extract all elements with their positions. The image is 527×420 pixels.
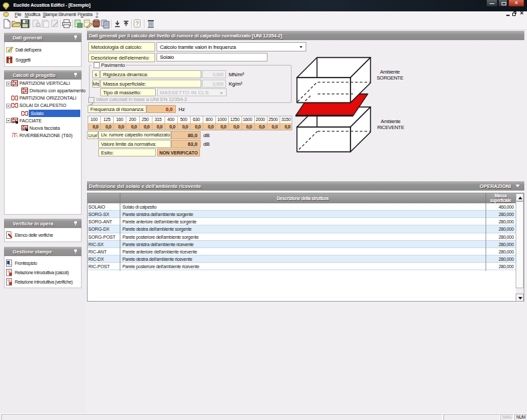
svg-text:Ambiente: Ambiente [381, 118, 400, 124]
svg-text:?: ? [135, 20, 138, 27]
svg-text:Ambiente: Ambiente [380, 69, 399, 75]
svg-text:SORGENTE: SORGENTE [377, 75, 403, 81]
svg-text:RICEVENTE: RICEVENTE [377, 124, 405, 130]
